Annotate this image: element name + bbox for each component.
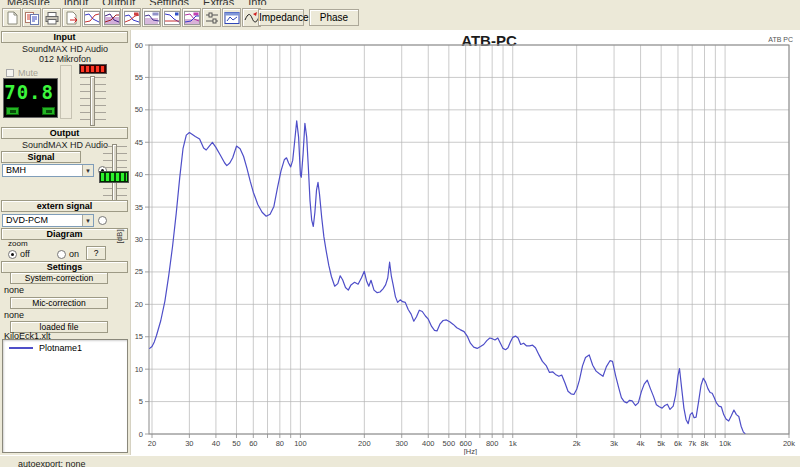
y-axis-unit-label: [dB]	[115, 229, 124, 243]
svg-text:4k: 4k	[637, 439, 645, 448]
plot-name-label: Plotname1	[39, 343, 82, 353]
output-level-led	[99, 171, 129, 183]
mute-checkbox[interactable]	[6, 69, 14, 77]
atb-pc-window: MeasureInputOutputSettingsExtrasInfo	[0, 0, 800, 467]
extern-signal-radio[interactable]	[98, 216, 107, 225]
measure-cs-icon	[184, 11, 200, 25]
chevron-down-icon[interactable]	[82, 215, 93, 226]
measure-spl-button[interactable]	[82, 8, 101, 27]
lcd-value: 70.8	[4, 81, 54, 103]
measure-cs-button[interactable]	[182, 8, 201, 27]
svg-text:300: 300	[395, 439, 408, 448]
mic-correction-value: none	[4, 310, 24, 320]
print-icon	[44, 11, 60, 25]
extern-signal-value: DVD-PCM	[6, 215, 48, 225]
svg-text:20: 20	[135, 300, 143, 309]
zoom-on-label: on	[69, 249, 79, 259]
svg-text:60: 60	[135, 41, 143, 50]
zoom-off-label: off	[20, 249, 30, 259]
mic-correction-button[interactable]: Mic-correction	[10, 297, 108, 309]
svg-text:40: 40	[212, 439, 220, 448]
copy-icon	[24, 11, 40, 25]
phase-button[interactable]: Phase	[309, 9, 359, 26]
chevron-down-icon[interactable]	[82, 165, 93, 176]
input-slider-handle[interactable]	[90, 76, 95, 126]
system-correction-value: none	[4, 285, 24, 295]
svg-text:2k: 2k	[573, 439, 581, 448]
svg-text:20: 20	[148, 439, 156, 448]
extern-signal-select[interactable]: DVD-PCM	[2, 214, 94, 227]
input-section-header[interactable]: Input	[1, 31, 128, 43]
svg-text:[Hz]: [Hz]	[464, 447, 477, 455]
svg-text:60: 60	[249, 439, 257, 448]
svg-text:5k: 5k	[657, 439, 665, 448]
measure-chart-icon	[84, 11, 100, 25]
menu-item-input[interactable]: Input	[64, 0, 88, 5]
display-icon	[224, 11, 240, 25]
input-volume-slider[interactable]	[78, 64, 108, 127]
svg-text:30: 30	[185, 439, 193, 448]
frequency-response-plot: 0510152025303540455055602030405060801002…	[131, 30, 800, 455]
plot-list-item[interactable]: Plotname1	[3, 340, 127, 354]
signal-select[interactable]: BMH	[2, 164, 94, 177]
menu-item-info[interactable]: Info	[248, 0, 266, 5]
new-file-icon	[4, 11, 20, 25]
output-volume-slider[interactable]	[101, 144, 129, 206]
svg-text:30: 30	[135, 235, 143, 244]
export-icon	[64, 11, 80, 25]
levels-button[interactable]	[202, 8, 221, 27]
plot-listbox[interactable]: Plotname1	[2, 339, 128, 453]
system-correction-button[interactable]: System-correction	[10, 272, 108, 284]
output-section-header[interactable]: Output	[1, 127, 128, 139]
svg-text:0: 0	[139, 430, 143, 439]
svg-text:7k: 7k	[688, 439, 696, 448]
status-autoexport-label: autoexport: none	[18, 459, 86, 467]
chart-region: ATB-PC ATB PC 05101520253035404550556020…	[130, 30, 800, 455]
menu-item-settings[interactable]: Settings	[149, 0, 189, 5]
new-file-button[interactable]	[2, 8, 21, 27]
lcd-indicator-left	[6, 107, 19, 115]
menu-item-output[interactable]: Output	[102, 0, 135, 5]
input-microphone-label: 012 Mikrofon	[0, 54, 130, 64]
svg-text:80: 80	[276, 439, 284, 448]
input-level-lcd: 70.8	[3, 78, 58, 118]
input-device-label: SoundMAX HD Audio	[0, 44, 130, 54]
help-button[interactable]: ?	[86, 246, 106, 260]
svg-text:40: 40	[135, 170, 143, 179]
svg-text:800: 800	[486, 439, 499, 448]
svg-text:15: 15	[135, 332, 143, 341]
signal-section-header[interactable]: Signal	[1, 151, 81, 163]
toolbar	[2, 8, 262, 27]
svg-text:50: 50	[232, 439, 240, 448]
svg-text:6k: 6k	[674, 439, 682, 448]
measure-ms-p-button[interactable]	[142, 8, 161, 27]
levels-icon	[204, 11, 220, 25]
extern-signal-header[interactable]: extern signal	[1, 200, 128, 212]
svg-text:1k: 1k	[509, 439, 517, 448]
svg-text:3k: 3k	[610, 439, 618, 448]
menu-bar: MeasureInputOutputSettingsExtrasInfo	[0, 0, 800, 5]
lcd-indicator-right	[42, 107, 55, 115]
measure-ms-icon	[124, 11, 140, 25]
zoom-off-radio[interactable]	[8, 250, 17, 259]
measure-chart-hatched-icon	[104, 11, 120, 25]
signal-select-value: BMH	[6, 165, 26, 175]
measure-filtered-button[interactable]	[102, 8, 121, 27]
svg-text:55: 55	[135, 73, 143, 82]
menu-item-extras[interactable]: Extras	[203, 0, 234, 5]
measure-f-button[interactable]	[162, 8, 181, 27]
svg-text:500: 500	[443, 439, 456, 448]
input-peak-led	[79, 64, 107, 74]
svg-text:35: 35	[135, 203, 143, 212]
menu-item-measure[interactable]: Measure	[7, 0, 50, 5]
print-button[interactable]	[42, 8, 61, 27]
svg-text:200: 200	[358, 439, 371, 448]
input-level-meter	[60, 65, 72, 119]
display-button[interactable]	[222, 8, 241, 27]
zoom-on-radio[interactable]	[57, 250, 66, 259]
impedance-button[interactable]: Impedance	[258, 9, 304, 26]
copy-button[interactable]	[22, 8, 41, 27]
export-button[interactable]	[62, 8, 81, 27]
svg-text:45: 45	[135, 138, 143, 147]
measure-ms-button[interactable]	[122, 8, 141, 27]
